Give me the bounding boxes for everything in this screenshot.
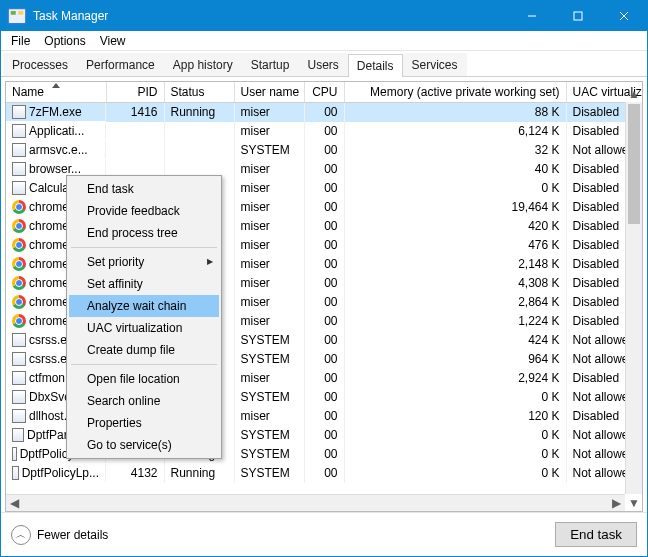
tab-users[interactable]: Users xyxy=(298,53,347,76)
process-cpu: 00 xyxy=(304,179,344,198)
process-icon xyxy=(12,162,26,176)
process-memory: 40 K xyxy=(344,160,566,179)
process-user: SYSTEM xyxy=(234,331,304,350)
process-cpu: 00 xyxy=(304,293,344,312)
process-name: chrome xyxy=(29,314,69,328)
process-memory: 2,148 K xyxy=(344,255,566,274)
cm-end-task[interactable]: End task xyxy=(69,178,219,200)
column-pid[interactable]: PID xyxy=(106,82,164,103)
process-user: SYSTEM xyxy=(234,426,304,445)
fewer-details-label: Fewer details xyxy=(37,528,108,542)
process-cpu: 00 xyxy=(304,407,344,426)
menu-file[interactable]: File xyxy=(5,32,36,50)
table-row[interactable]: 7zFM.exe1416Runningmiser0088 KDisabled xyxy=(6,103,643,122)
process-name: chrome xyxy=(29,200,69,214)
close-button[interactable] xyxy=(601,1,647,31)
column-user[interactable]: User name xyxy=(234,82,304,103)
process-name: 7zFM.exe xyxy=(29,105,82,119)
cm-analyze-wait-chain[interactable]: Analyze wait chain xyxy=(69,295,219,317)
scroll-left-arrow[interactable]: ◀ xyxy=(6,495,23,511)
cm-end-process-tree[interactable]: End process tree xyxy=(69,222,219,244)
process-icon xyxy=(12,447,17,461)
column-status[interactable]: Status xyxy=(164,82,234,103)
minimize-button[interactable] xyxy=(509,1,555,31)
process-memory: 88 K xyxy=(344,103,566,122)
process-cpu: 00 xyxy=(304,160,344,179)
tab-details[interactable]: Details xyxy=(348,54,403,77)
cm-search-online[interactable]: Search online xyxy=(69,390,219,412)
cm-create-dump-file[interactable]: Create dump file xyxy=(69,339,219,361)
scroll-thumb[interactable] xyxy=(628,104,640,224)
process-memory: 1,224 K xyxy=(344,312,566,331)
column-memory[interactable]: Memory (active private working set) xyxy=(344,82,566,103)
table-row[interactable]: Applicati...miser006,124 KDisabled xyxy=(6,122,643,141)
tab-app-history[interactable]: App history xyxy=(164,53,242,76)
cm-set-affinity[interactable]: Set affinity xyxy=(69,273,219,295)
process-cpu: 00 xyxy=(304,103,344,122)
vertical-scrollbar[interactable]: ▲ ▼ xyxy=(625,102,642,494)
cm-go-to-services[interactable]: Go to service(s) xyxy=(69,434,219,456)
fewer-details-button[interactable]: ︿ Fewer details xyxy=(11,525,108,545)
column-name[interactable]: Name xyxy=(6,82,106,103)
cm-properties[interactable]: Properties xyxy=(69,412,219,434)
process-status xyxy=(164,122,234,141)
process-name: chrome xyxy=(29,219,69,233)
process-status: Running xyxy=(164,464,234,483)
process-pid xyxy=(106,122,164,141)
titlebar[interactable]: Task Manager xyxy=(1,1,647,31)
cm-uac-virtualization[interactable]: UAC virtualization xyxy=(69,317,219,339)
process-icon xyxy=(12,124,26,138)
process-cpu: 00 xyxy=(304,350,344,369)
menu-options[interactable]: Options xyxy=(38,32,91,50)
process-pid xyxy=(106,141,164,160)
horizontal-scrollbar[interactable]: ◀ ▶ xyxy=(6,494,625,511)
scroll-down-arrow[interactable]: ▼ xyxy=(626,494,642,511)
process-icon xyxy=(12,314,26,328)
tab-processes[interactable]: Processes xyxy=(3,53,77,76)
process-name: chrome xyxy=(29,276,69,290)
process-user: miser xyxy=(234,103,304,122)
process-icon xyxy=(12,219,26,233)
context-menu: End task Provide feedback End process tr… xyxy=(66,175,222,459)
tab-performance[interactable]: Performance xyxy=(77,53,164,76)
process-memory: 0 K xyxy=(344,179,566,198)
process-icon xyxy=(12,143,26,157)
cm-provide-feedback[interactable]: Provide feedback xyxy=(69,200,219,222)
tab-services[interactable]: Services xyxy=(403,53,467,76)
process-user: miser xyxy=(234,217,304,236)
maximize-button[interactable] xyxy=(555,1,601,31)
process-cpu: 00 xyxy=(304,217,344,236)
tab-startup[interactable]: Startup xyxy=(242,53,299,76)
app-icon xyxy=(7,6,27,26)
cm-set-priority[interactable]: Set priority xyxy=(69,251,219,273)
process-memory: 120 K xyxy=(344,407,566,426)
scroll-up-arrow[interactable]: ▲ xyxy=(626,85,642,102)
footer: ︿ Fewer details End task xyxy=(1,512,647,556)
cm-open-file-location[interactable]: Open file location xyxy=(69,368,219,390)
tabstrip: Processes Performance App history Startu… xyxy=(1,51,647,77)
column-cpu[interactable]: CPU xyxy=(304,82,344,103)
process-memory: 420 K xyxy=(344,217,566,236)
process-user: SYSTEM xyxy=(234,445,304,464)
end-task-button[interactable]: End task xyxy=(555,522,637,547)
process-icon xyxy=(12,428,24,442)
process-icon xyxy=(12,295,26,309)
process-name: DptfPolicyLp... xyxy=(22,466,99,480)
table-row[interactable]: DptfPolicyLp...4132RunningSYSTEM000 KNot… xyxy=(6,464,643,483)
scroll-right-arrow[interactable]: ▶ xyxy=(608,495,625,511)
process-user: miser xyxy=(234,236,304,255)
process-name: Applicati... xyxy=(29,124,84,138)
menu-view[interactable]: View xyxy=(94,32,132,50)
process-icon xyxy=(12,333,26,347)
svg-rect-2 xyxy=(18,11,23,15)
process-user: miser xyxy=(234,160,304,179)
table-row[interactable]: armsvc.e...SYSTEM0032 KNot allowed xyxy=(6,141,643,160)
process-icon xyxy=(12,371,26,385)
process-memory: 0 K xyxy=(344,426,566,445)
process-cpu: 00 xyxy=(304,141,344,160)
process-cpu: 00 xyxy=(304,388,344,407)
chevron-up-icon: ︿ xyxy=(11,525,31,545)
process-name: chrome xyxy=(29,238,69,252)
process-user: SYSTEM xyxy=(234,350,304,369)
window-title: Task Manager xyxy=(33,9,108,23)
